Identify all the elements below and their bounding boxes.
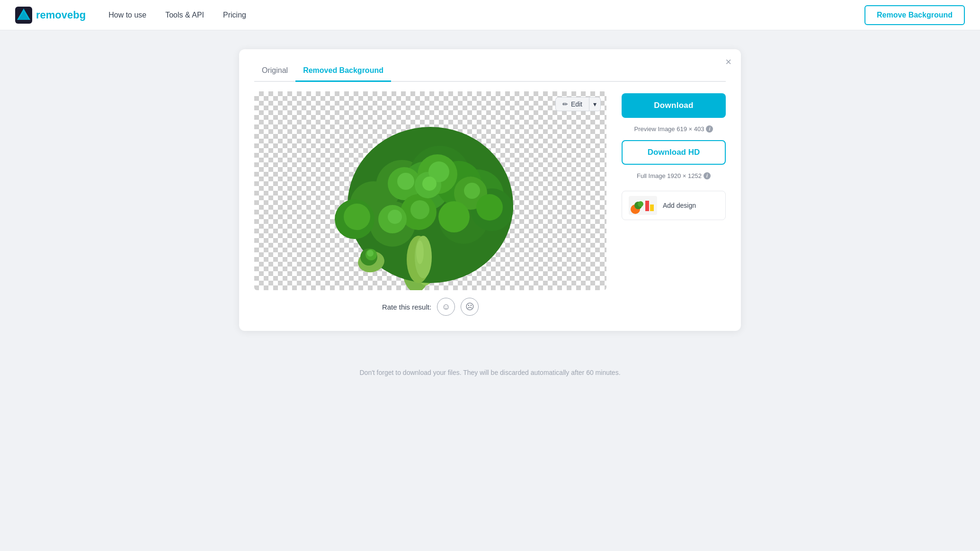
navbar: removebg How to use Tools & API Pricing … xyxy=(0,0,980,30)
edit-button-group: ✏ Edit ▾ xyxy=(555,97,601,111)
nav-links: How to use Tools & API Pricing xyxy=(108,11,864,19)
nav-link-how-to-use[interactable]: How to use xyxy=(108,11,146,19)
download-hd-info: Full Image 1920 × 1252 i xyxy=(622,172,726,179)
download-info: Preview Image 619 × 403 i xyxy=(622,125,726,133)
edit-button[interactable]: ✏ Edit xyxy=(555,97,589,111)
svg-point-26 xyxy=(476,194,503,221)
card-body: ✏ Edit ▾ Rate this result: ☺ ☹ xyxy=(254,91,726,316)
svg-point-27 xyxy=(344,204,370,230)
add-design-card[interactable]: Add design xyxy=(622,191,726,220)
design-thumbnail xyxy=(629,196,657,215)
svg-point-45 xyxy=(638,201,643,207)
svg-point-29 xyxy=(397,173,414,190)
broccoli-image xyxy=(254,91,606,290)
svg-rect-46 xyxy=(645,201,649,211)
svg-point-33 xyxy=(422,177,437,191)
svg-point-24 xyxy=(438,201,470,232)
image-area: ✏ Edit ▾ Rate this result: ☺ ☹ xyxy=(254,91,606,316)
footer-note: Don't forget to download your files. The… xyxy=(0,369,980,395)
tab-bar: Original Removed Background xyxy=(254,62,726,82)
sad-face-icon: ☹ xyxy=(465,302,474,312)
logo-text: removebg xyxy=(36,9,86,21)
svg-rect-47 xyxy=(650,204,654,211)
tab-original[interactable]: Original xyxy=(254,62,295,82)
rate-section: Rate this result: ☺ ☹ xyxy=(254,298,606,316)
rate-sad-button[interactable]: ☹ xyxy=(461,298,479,316)
tab-removed-background[interactable]: Removed Background xyxy=(295,62,391,82)
result-card: × Original Removed Background xyxy=(239,49,741,331)
pencil-icon: ✏ xyxy=(562,100,568,108)
svg-point-37 xyxy=(416,240,424,264)
edit-dropdown-button[interactable]: ▾ xyxy=(589,97,601,111)
remove-background-nav-button[interactable]: Remove Background xyxy=(864,5,965,25)
logo[interactable]: removebg xyxy=(15,7,86,24)
happy-face-icon: ☺ xyxy=(442,302,450,312)
svg-point-31 xyxy=(464,183,480,199)
nav-link-pricing[interactable]: Pricing xyxy=(223,11,246,19)
main-content: × Original Removed Background xyxy=(0,30,980,350)
sidebar: Download Preview Image 619 × 403 i Downl… xyxy=(622,91,726,220)
download-hd-button[interactable]: Download HD xyxy=(622,140,726,165)
image-preview-container: ✏ Edit ▾ xyxy=(254,91,606,290)
svg-point-32 xyxy=(410,200,429,219)
nav-link-tools-api[interactable]: Tools & API xyxy=(165,11,204,19)
logo-icon xyxy=(15,7,32,24)
add-design-label: Add design xyxy=(663,202,696,209)
rate-label: Rate this result: xyxy=(382,303,431,311)
info-hd-icon: i xyxy=(704,172,711,179)
rate-happy-button[interactable]: ☺ xyxy=(437,298,455,316)
svg-point-41 xyxy=(367,250,374,257)
close-button[interactable]: × xyxy=(725,57,731,67)
download-button[interactable]: Download xyxy=(622,93,726,118)
info-icon: i xyxy=(706,125,713,133)
svg-point-34 xyxy=(388,210,402,224)
